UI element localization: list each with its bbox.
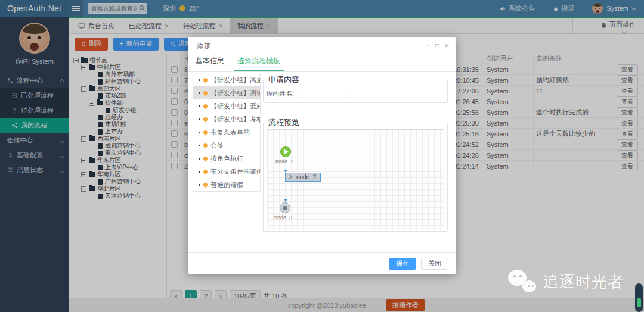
start-node[interactable] bbox=[280, 146, 291, 157]
end-node[interactable] bbox=[280, 202, 290, 213]
template-item[interactable]: 普通的请假 bbox=[193, 178, 260, 191]
bullet-icon bbox=[199, 132, 200, 133]
flame-icon bbox=[203, 90, 209, 96]
template-label: 【研发小组】高层汇报 bbox=[210, 76, 261, 85]
template-list: 【研发小组】高层汇报 【研发小组】测试申请 【研发小组】爱好调研 bbox=[193, 73, 261, 192]
template-label: 【研发小组】爱好调研 bbox=[210, 102, 261, 111]
template-item[interactable]: 带复杂表单的 bbox=[193, 126, 260, 139]
template-label: 按角色执行 bbox=[210, 154, 243, 163]
flow-connector bbox=[286, 158, 286, 170]
flame-icon bbox=[203, 116, 209, 122]
close-button[interactable]: 关闭 bbox=[421, 258, 448, 270]
save-button[interactable]: 保存 bbox=[389, 258, 416, 270]
node-label: node_1 bbox=[275, 158, 293, 164]
template-item[interactable]: 会签 bbox=[193, 139, 260, 152]
bullet-icon bbox=[199, 92, 200, 94]
bullet-icon bbox=[199, 118, 200, 120]
template-label: 带复杂表单的 bbox=[210, 128, 250, 137]
template-item[interactable]: 【研发小组】爱好调研 bbox=[193, 99, 260, 113]
play-icon bbox=[284, 149, 289, 154]
flame-icon bbox=[203, 169, 209, 174]
flame-icon bbox=[203, 129, 209, 135]
watermark-text: 追逐时光者 bbox=[543, 272, 624, 292]
application-content-section: 申请内容 你的姓名: bbox=[263, 74, 448, 103]
bullet-icon bbox=[199, 145, 200, 146]
flame-icon bbox=[203, 77, 209, 83]
template-label: 普通的请假 bbox=[210, 180, 243, 189]
template-label: 会签 bbox=[210, 141, 224, 150]
template-item[interactable]: 带分支条件的请假 bbox=[193, 165, 260, 178]
node-label: node_3 bbox=[274, 214, 292, 220]
name-label: 你的姓名: bbox=[266, 89, 294, 98]
flame-icon bbox=[203, 182, 209, 188]
bullet-icon bbox=[199, 171, 200, 173]
add-dialog: 添加 − □ × 基本信息 选择流程模板 【研发小组】高层汇报 【研发小组 bbox=[188, 37, 456, 274]
close-icon[interactable]: × bbox=[445, 42, 449, 49]
template-item[interactable]: 【研发小组】考核表 bbox=[193, 113, 260, 126]
template-label: 带分支条件的请假 bbox=[210, 167, 261, 176]
wechat-icon bbox=[508, 270, 538, 294]
scroll-indicator[interactable] bbox=[635, 283, 643, 312]
flow-canvas[interactable]: node_1 node_2 node_3 bbox=[267, 129, 444, 230]
flow-connector bbox=[286, 182, 286, 199]
section-legend: 流程预览 bbox=[265, 117, 303, 128]
flame-icon bbox=[203, 155, 209, 161]
arrow-head-icon bbox=[284, 199, 287, 202]
template-label: 【研发小组】考核表 bbox=[210, 115, 261, 124]
dialog-title: 添加 bbox=[197, 41, 211, 51]
node-label: node_2 bbox=[296, 174, 316, 180]
name-input[interactable] bbox=[298, 88, 351, 99]
flow-preview-section: 流程预览 node_1 node_2 node_3 bbox=[263, 117, 448, 232]
dialog-tabs: 基本信息 选择流程模板 bbox=[188, 55, 456, 72]
flame-icon bbox=[203, 142, 209, 148]
bullet-icon bbox=[199, 158, 200, 160]
flame-icon bbox=[203, 103, 209, 109]
template-item[interactable]: 【研发小组】高层汇报 bbox=[193, 73, 260, 86]
dialog-footer: 保存 关闭 bbox=[188, 252, 456, 274]
maximize-icon[interactable]: □ bbox=[435, 42, 439, 49]
scroll-thumb[interactable] bbox=[637, 298, 641, 307]
task-node[interactable]: node_2 bbox=[285, 173, 321, 182]
bullet-icon bbox=[199, 79, 200, 81]
tab-select-template[interactable]: 选择流程模板 bbox=[237, 56, 280, 71]
template-item[interactable]: 按角色执行 bbox=[193, 152, 260, 165]
tab-basic-info[interactable]: 基本信息 bbox=[196, 56, 224, 71]
stop-icon bbox=[283, 206, 287, 210]
dialog-body: 【研发小组】高层汇报 【研发小组】测试申请 【研发小组】爱好调研 bbox=[188, 72, 456, 252]
template-item[interactable]: 【研发小组】测试申请 bbox=[193, 86, 260, 99]
section-legend: 申请内容 bbox=[265, 74, 303, 85]
bullet-icon bbox=[199, 105, 200, 107]
minimize-icon[interactable]: − bbox=[426, 42, 430, 49]
dialog-header[interactable]: 添加 − □ × bbox=[188, 37, 456, 55]
bullet-icon bbox=[199, 184, 200, 186]
gear-icon bbox=[288, 174, 293, 180]
watermark: 追逐时光者 bbox=[508, 270, 624, 294]
template-label: 【研发小组】测试申请 bbox=[210, 89, 261, 98]
